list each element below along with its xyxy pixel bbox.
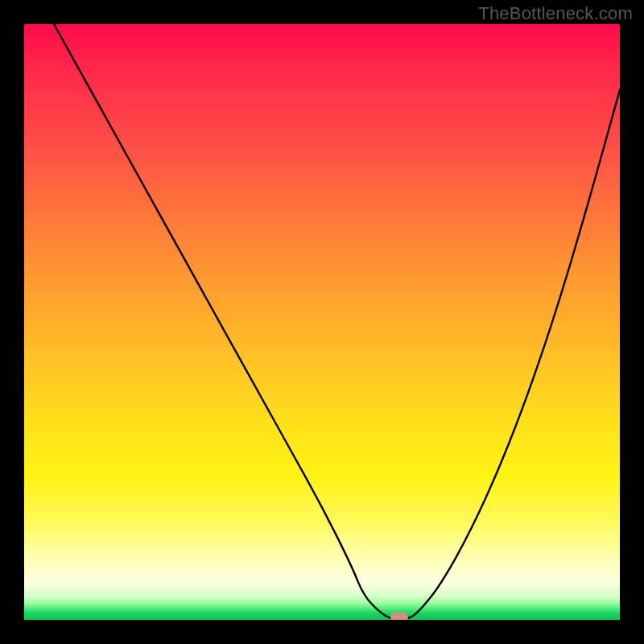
chart-frame: TheBottleneck.com xyxy=(0,0,644,644)
plot-area xyxy=(24,24,620,620)
watermark-text: TheBottleneck.com xyxy=(478,3,633,24)
bottleneck-curve xyxy=(24,24,620,620)
optimal-point-marker xyxy=(390,613,408,620)
